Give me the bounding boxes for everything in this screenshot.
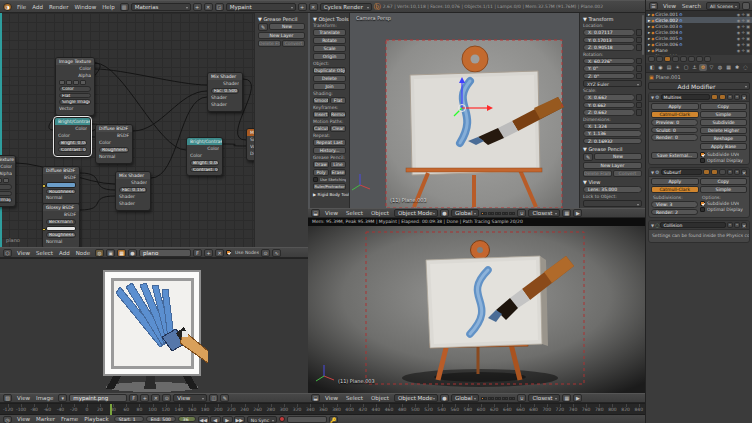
input-socket[interactable] bbox=[42, 184, 46, 188]
node-dropdown[interactable]: Flat bbox=[0, 191, 12, 197]
node-header[interactable]: Glossy BSDF bbox=[43, 204, 79, 211]
add-modifier-dropdown[interactable]: Add Modifier bbox=[648, 82, 750, 90]
multires-name-field[interactable]: Multires bbox=[661, 94, 710, 101]
tool-button-calculate[interactable]: Calculate bbox=[313, 125, 329, 132]
insert-key-icon[interactable]: 🔑 bbox=[329, 416, 338, 423]
node-image-texture[interactable]: Image TextureColorAlphaColorFlatSingle I… bbox=[55, 57, 95, 116]
view-panel-title[interactable]: ▼ View bbox=[583, 179, 642, 185]
lock-toggle[interactable] bbox=[636, 65, 642, 72]
dimension-value[interactable]: Z: 0.16932 bbox=[583, 138, 642, 145]
subsurf-render-toggle[interactable] bbox=[703, 169, 710, 175]
tool-button-history-[interactable]: History... bbox=[313, 147, 346, 154]
filter-icon-3[interactable] bbox=[664, 56, 671, 62]
render-opengl-anim-icon[interactable]: ▶ bbox=[573, 209, 582, 217]
collision-up-button[interactable]: ˄ bbox=[727, 222, 733, 228]
node-value-slider[interactable]: Contrast: 0.600 bbox=[58, 147, 87, 153]
frame-end-field[interactable]: End: 500 bbox=[146, 416, 176, 423]
menu-item[interactable]: Render bbox=[46, 4, 72, 10]
multires-delete-higher-button[interactable]: Delete Higher bbox=[700, 127, 747, 134]
node-dropdown[interactable]: Color bbox=[0, 184, 12, 190]
gp-new-layer-button[interactable]: New Layer bbox=[583, 162, 642, 169]
node-image-texture[interactable]: Image TextureColorAlphaColorFlatSingle I… bbox=[0, 155, 16, 207]
filter-icon-5[interactable] bbox=[680, 56, 687, 62]
node-value-slider[interactable]: Roughness: 0.000 bbox=[99, 147, 129, 153]
viewport-shading-icon[interactable]: ● bbox=[440, 394, 449, 402]
expand-arrow-icon[interactable]: ▸ bbox=[648, 18, 650, 23]
previous-frame-button[interactable]: ◀ bbox=[210, 416, 221, 423]
node-diffuse-bsdf[interactable]: Diffuse BSDFBSDFColorRoughness: 0.000Nor… bbox=[95, 124, 133, 164]
object-tools-title[interactable]: ▼ Object Tools bbox=[313, 16, 346, 22]
grease-pencil-draw-icon[interactable]: ✎ bbox=[258, 23, 268, 31]
image-unlink-button[interactable]: ✕ bbox=[151, 394, 160, 402]
gp-draw-icon[interactable]: ✎ bbox=[583, 153, 593, 161]
constraints-tab[interactable]: ⚓ bbox=[691, 64, 699, 71]
node-value-slider[interactable]: Roughness: 0.200 bbox=[46, 189, 76, 195]
tool-button-duplicate-objects[interactable]: Duplicate Objects bbox=[313, 67, 346, 74]
collision-expand-icon[interactable]: ▼ bbox=[651, 223, 654, 228]
image-selector-button[interactable] bbox=[0, 178, 2, 183]
viewport-shading-icon[interactable]: ● bbox=[440, 209, 449, 217]
node-header[interactable]: Mix Shader bbox=[208, 73, 242, 80]
multires-render-toggle[interactable] bbox=[711, 94, 718, 100]
tool-button-erase[interactable]: Erase bbox=[330, 169, 346, 176]
node-value-slider[interactable]: Fac: 0.150 bbox=[119, 187, 147, 193]
menu-item[interactable]: Select bbox=[343, 395, 366, 401]
expand-arrow-icon[interactable]: ▸ bbox=[648, 30, 650, 35]
tool-button-insert[interactable]: Insert bbox=[313, 111, 329, 118]
menu-item[interactable]: Object bbox=[368, 210, 392, 216]
object-tab[interactable]: ▢ bbox=[682, 64, 690, 71]
node-header[interactable]: Material Output bbox=[247, 129, 254, 136]
lock-toggle[interactable] bbox=[636, 58, 642, 65]
color-swatch[interactable] bbox=[46, 182, 76, 188]
data-tab[interactable]: ▽ bbox=[708, 64, 716, 71]
viewport-camera-area[interactable]: Camera Persp (11) Plane.003 ▼ Object Too… bbox=[308, 13, 645, 208]
physics-tab[interactable]: ◌ bbox=[742, 64, 750, 71]
multires-reshape-button[interactable]: Reshape bbox=[700, 135, 747, 142]
lock-toggle[interactable] bbox=[636, 94, 642, 101]
expand-arrow-icon[interactable]: ▸ bbox=[648, 24, 650, 29]
lock-object-field[interactable] bbox=[583, 200, 642, 207]
menu-item[interactable]: Help bbox=[99, 4, 118, 10]
current-frame-field[interactable]: 36 bbox=[178, 416, 196, 423]
multires-copy-button[interactable]: Copy bbox=[700, 103, 748, 110]
timeline-ruler[interactable]: -120-100-80-60-40-2002040608010012014016… bbox=[0, 404, 645, 415]
viewport-render-area[interactable]: (11) Plane.003 bbox=[308, 226, 645, 393]
location-value[interactable]: Z: 0.90518 bbox=[583, 44, 635, 51]
filter-icon-2[interactable] bbox=[656, 56, 663, 62]
modifiers-tab[interactable]: ⚙ bbox=[699, 64, 707, 71]
editor-type-3dview-icon[interactable]: ⬓ bbox=[311, 209, 320, 217]
image-selector-button[interactable] bbox=[73, 80, 79, 85]
render-layers-tab[interactable]: ◉ bbox=[657, 64, 665, 71]
grease-pencil-new-button[interactable]: New bbox=[269, 23, 305, 30]
node-header[interactable]: Bright/Contrast bbox=[55, 118, 90, 125]
image-datablock[interactable]: mypaint.png bbox=[69, 394, 127, 402]
node-value-slider[interactable]: Contrast: 0.600 bbox=[190, 167, 219, 173]
image-pin-icon[interactable]: ⊙ bbox=[162, 394, 171, 402]
snap-element-dropdown[interactable]: Closest bbox=[528, 394, 560, 402]
subsurf-apply-button[interactable]: Apply bbox=[651, 178, 699, 185]
multires-apply-base-button[interactable]: Apply Base bbox=[700, 143, 747, 150]
node-header[interactable]: Diffuse BSDF bbox=[43, 167, 79, 174]
rotation-value[interactable]: X: 60.226° bbox=[583, 58, 635, 65]
gp-delete-frame-button[interactable]: Delete Frame bbox=[583, 170, 612, 177]
shader-nodes-type-icon[interactable]: ◍ bbox=[95, 249, 104, 257]
record-button[interactable] bbox=[279, 416, 285, 422]
texture-nodes-type-icon[interactable]: ▦ bbox=[117, 249, 126, 257]
node-dropdown[interactable]: Flat bbox=[59, 93, 91, 99]
snap-magnet-icon[interactable]: ∪ bbox=[517, 394, 526, 402]
tool-button-origin[interactable]: Origin bbox=[313, 53, 346, 60]
node-glossy-bsdf[interactable]: Glossy BSDFBSDFBeckmannRoughness: 0.000N… bbox=[42, 203, 80, 247]
node-tree-datablock[interactable]: plano bbox=[139, 249, 191, 257]
subsurf-view-field[interactable]: View: 3 bbox=[651, 201, 698, 208]
menu-item[interactable]: View bbox=[322, 395, 341, 401]
input-socket[interactable] bbox=[42, 228, 46, 232]
menu-item[interactable]: Playback bbox=[81, 416, 112, 422]
multires-subdivide-uvs-checkbox[interactable] bbox=[700, 152, 705, 157]
tool-button-translate[interactable]: Translate bbox=[313, 29, 346, 36]
sync-dropdown[interactable]: No Sync bbox=[247, 416, 277, 423]
menu-item[interactable]: View bbox=[14, 416, 33, 422]
multires-simple-toggle[interactable]: Simple bbox=[700, 111, 748, 118]
editor-type-3dview-icon[interactable]: ⬓ bbox=[311, 394, 320, 402]
tool-button-poly[interactable]: Poly bbox=[313, 169, 329, 176]
subsurf-close-button[interactable]: ✕ bbox=[741, 169, 747, 175]
